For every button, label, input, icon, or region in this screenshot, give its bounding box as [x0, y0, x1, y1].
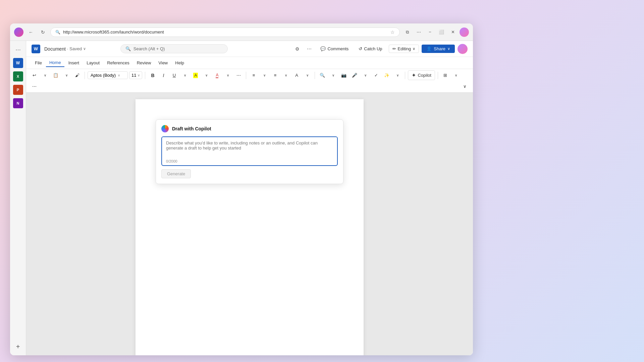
share-icon: 👤 [426, 46, 432, 51]
undo-icon: ↩ [33, 73, 36, 78]
menu-item-references[interactable]: References [104, 59, 132, 67]
toolbar-more-btn[interactable]: ⋯ [234, 71, 243, 80]
highlight-button[interactable]: A [191, 71, 200, 80]
undo-dropdown[interactable]: ∨ [40, 71, 50, 80]
bold-button[interactable]: B [148, 71, 157, 80]
camera-button[interactable]: 📷 [339, 71, 348, 80]
menu-bar: File Home Insert Layout References Revie… [26, 57, 473, 69]
toolbar-overflow-more[interactable]: ⋯ [30, 81, 39, 91]
menu-item-home[interactable]: Home [46, 59, 64, 67]
doc-title-chevron[interactable]: ∨ [83, 47, 86, 51]
italic-button[interactable]: I [159, 71, 168, 80]
menu-help-label: Help [175, 60, 184, 65]
highlight-icon: A [193, 73, 198, 78]
header-search-bar[interactable]: 🔍 Search (Alt + Q) [120, 44, 228, 53]
copilot-generate-button[interactable]: Generate [161, 169, 191, 178]
underline-button[interactable]: U [169, 71, 179, 80]
table-dropdown[interactable]: ∨ [451, 71, 461, 80]
find-button[interactable]: 🔍 [318, 71, 327, 80]
user-profile-avatar[interactable] [458, 44, 468, 54]
highlight-dropdown[interactable]: ∨ [202, 71, 211, 80]
document-title[interactable]: Document · Saved ∨ [44, 46, 86, 52]
rewrite-button[interactable]: ✨ [382, 71, 391, 80]
font-color-dropdown[interactable]: ∨ [223, 71, 232, 80]
apps-grid-icon: ⋯ [15, 47, 21, 53]
document-page[interactable]: Draft with Copilot 0/2000 Generate [136, 99, 364, 355]
sidebar-add-button[interactable]: + [12, 341, 24, 353]
menu-item-help[interactable]: Help [172, 59, 187, 67]
editing-button[interactable]: ✏ Editing ∨ [389, 45, 419, 53]
minimize-button[interactable]: − [425, 27, 435, 37]
find-dropdown[interactable]: ∨ [328, 71, 338, 80]
toolbar-separator-6 [438, 72, 438, 79]
clipboard-button[interactable]: 📋 [51, 71, 60, 80]
settings-button[interactable]: ⚙ [292, 44, 302, 54]
styles-button[interactable]: A [292, 71, 301, 80]
app-header: W Document · Saved ∨ 🔍 Search (Alt + Q) … [26, 41, 473, 57]
font-color-icon: A [216, 73, 218, 78]
rewrite-dropdown[interactable]: ∨ [393, 71, 402, 80]
comments-button[interactable]: 💬 Comments [317, 45, 352, 53]
list-dropdown[interactable]: ∨ [260, 71, 269, 80]
refresh-button[interactable]: ↻ [38, 27, 48, 37]
menu-item-view[interactable]: View [155, 59, 171, 67]
document-area[interactable]: Draft with Copilot 0/2000 Generate [26, 93, 473, 355]
extensions-button[interactable]: ⧉ [402, 27, 412, 37]
font-size-dropdown[interactable]: 11 ∨ [129, 71, 142, 79]
sidebar-item-powerpoint[interactable]: P [12, 84, 24, 96]
menu-item-layout[interactable]: Layout [83, 59, 103, 67]
copilot-prompt-input[interactable] [162, 137, 337, 157]
menu-insert-label: Insert [68, 60, 79, 65]
main-content: W Document · Saved ∨ 🔍 Search (Alt + Q) … [26, 41, 473, 355]
underline-dropdown[interactable]: ∨ [180, 71, 190, 80]
bookmark-icon[interactable]: ☆ [390, 29, 395, 35]
editor-button[interactable]: ✓ [371, 71, 381, 80]
clipboard-dropdown[interactable]: ∨ [62, 71, 71, 80]
toolbar-separator-5 [405, 72, 405, 79]
browser-action-buttons: ⧉ ⋯ − ⬜ ✕ [402, 27, 469, 37]
menu-layout-label: Layout [87, 60, 100, 65]
sidebar-item-onenote[interactable]: N [12, 97, 24, 109]
toolbar: ↩ ∨ 📋 ∨ 🖌 Aptos (Body) ∨ [26, 69, 473, 93]
mic-dropdown[interactable]: ∨ [361, 71, 370, 80]
menu-item-review[interactable]: Review [133, 59, 155, 67]
header-more-button[interactable]: ⋯ [305, 44, 314, 54]
maximize-button[interactable]: ⬜ [437, 27, 446, 37]
share-button[interactable]: 👤 Share ∨ [422, 45, 455, 53]
copilot-panel-header: Draft with Copilot [161, 125, 338, 132]
align-dropdown[interactable]: ∨ [281, 71, 290, 80]
menu-item-file[interactable]: File [32, 59, 45, 67]
table-button[interactable]: ⊞ [441, 71, 450, 80]
list-button[interactable]: ≡ [249, 71, 258, 80]
sidebar-item-apps[interactable]: ⋯ [12, 44, 24, 56]
catch-up-label: Catch Up [364, 46, 382, 51]
browser-user-avatar[interactable] [460, 27, 469, 37]
undo-button[interactable]: ↩ [30, 71, 39, 80]
format-painter-button[interactable]: 🖌 [72, 71, 82, 80]
toolbar-expand-button[interactable]: ∨ [460, 81, 470, 91]
styles-dropdown[interactable]: ∨ [303, 71, 312, 80]
mic-button[interactable]: 🎤 [350, 71, 359, 80]
excel-icon: X [13, 71, 23, 81]
url-bar[interactable]: 🔍 http://www.microsoft365.com/launch/wor… [50, 27, 400, 37]
sidebar: ⋯ W X P N + [10, 41, 26, 355]
align-button[interactable]: ≡ [270, 71, 280, 80]
sidebar-item-word[interactable]: W [12, 57, 24, 69]
copilot-toolbar-button[interactable]: ✦ Copilot [408, 70, 435, 80]
font-name-text: Aptos (Body) [91, 73, 116, 78]
browser-more-button[interactable]: ⋯ [414, 27, 423, 37]
menu-references-label: References [107, 60, 129, 65]
editor-icon: ✓ [374, 73, 378, 78]
browser-topbar: ← ↻ 🔍 http://www.microsoft365.com/launch… [10, 23, 473, 41]
menu-review-label: Review [137, 60, 151, 65]
font-color-button[interactable]: A [212, 71, 222, 80]
menu-item-insert[interactable]: Insert [65, 59, 83, 67]
browser-profile-icon[interactable] [14, 27, 23, 37]
back-button[interactable]: ← [26, 27, 36, 37]
close-button[interactable]: ✕ [448, 27, 458, 37]
copilot-toolbar-icon: ✦ [412, 72, 416, 78]
sidebar-item-excel[interactable]: X [12, 70, 24, 82]
font-name-dropdown[interactable]: Aptos (Body) ∨ [88, 71, 128, 79]
copilot-panel-title: Draft with Copilot [172, 126, 211, 131]
catch-up-button[interactable]: ↺ Catch Up [355, 45, 386, 53]
